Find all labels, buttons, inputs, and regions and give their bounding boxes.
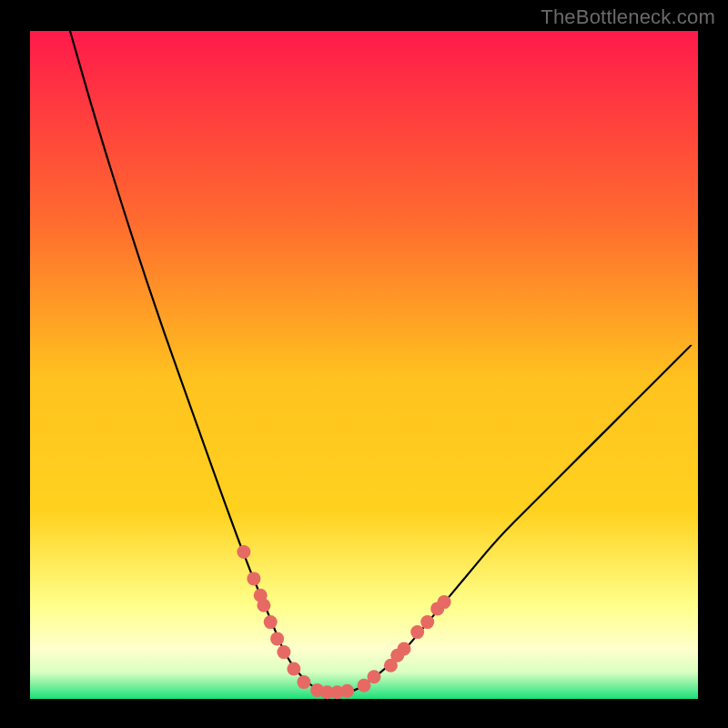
watermark-text: TheBottleneck.com bbox=[541, 5, 715, 29]
curve-marker bbox=[270, 632, 284, 645]
curve-marker bbox=[368, 670, 381, 683]
curve-marker bbox=[340, 684, 354, 698]
curve-marker bbox=[247, 571, 260, 585]
curve-marker bbox=[398, 642, 411, 656]
bottleneck-chart bbox=[0, 0, 728, 728]
curve-marker bbox=[277, 645, 290, 659]
chart-frame: TheBottleneck.com bbox=[0, 0, 728, 728]
curve-marker bbox=[410, 625, 424, 639]
curve-marker bbox=[257, 599, 270, 612]
curve-marker bbox=[287, 662, 300, 676]
curve-marker bbox=[438, 595, 451, 609]
curve-marker bbox=[420, 615, 434, 629]
curve-marker bbox=[237, 545, 250, 559]
curve-marker bbox=[297, 675, 310, 689]
curve-marker bbox=[264, 615, 278, 629]
plot-area bbox=[30, 31, 698, 699]
